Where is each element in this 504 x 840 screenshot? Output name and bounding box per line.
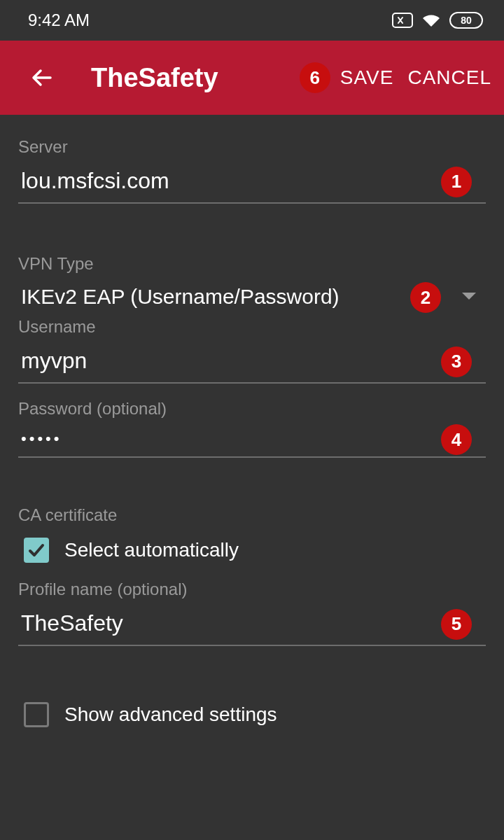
wifi-icon bbox=[421, 13, 441, 28]
profile-name-value: TheSafety bbox=[18, 610, 486, 636]
save-button[interactable]: SAVE bbox=[340, 66, 394, 89]
cancel-button[interactable]: CANCEL bbox=[407, 66, 491, 89]
svg-text:80: 80 bbox=[461, 15, 472, 26]
form-content: Server lou.msfcsi.com 1 VPN Type IKEv2 E… bbox=[0, 115, 504, 727]
username-value: myvpn bbox=[18, 348, 486, 374]
back-button[interactable] bbox=[28, 64, 56, 92]
server-label: Server bbox=[18, 137, 486, 157]
username-label: Username bbox=[18, 317, 486, 337]
vpn-type-dropdown[interactable]: IKEv2 EAP (Username/Password) 2 bbox=[18, 278, 486, 317]
status-time: 9:42 AM bbox=[28, 10, 90, 30]
select-automatically-checkbox[interactable] bbox=[24, 538, 49, 563]
app-title: TheSafety bbox=[91, 63, 279, 93]
password-value: ••••• bbox=[18, 430, 486, 448]
svg-rect-0 bbox=[393, 13, 412, 27]
app-bar: TheSafety 6 SAVE CANCEL bbox=[0, 41, 504, 115]
battery-icon: 80 bbox=[449, 12, 483, 29]
vpn-type-label: VPN Type bbox=[18, 254, 486, 274]
status-icons-group: 80 bbox=[392, 12, 483, 29]
annotation-badge-2: 2 bbox=[410, 282, 441, 313]
show-advanced-row[interactable]: Show advanced settings bbox=[18, 702, 486, 727]
select-automatically-row[interactable]: Select automatically bbox=[18, 538, 486, 563]
show-advanced-checkbox[interactable] bbox=[24, 702, 49, 727]
server-input[interactable]: lou.msfcsi.com 1 bbox=[18, 161, 486, 204]
username-input[interactable]: myvpn 3 bbox=[18, 341, 486, 384]
status-bar: 9:42 AM 80 bbox=[0, 0, 504, 41]
sim-icon bbox=[392, 13, 413, 28]
annotation-badge-5: 5 bbox=[441, 609, 472, 640]
password-input[interactable]: ••••• 4 bbox=[18, 423, 486, 458]
checkmark-icon bbox=[27, 541, 46, 559]
annotation-badge-1: 1 bbox=[441, 167, 472, 197]
ca-certificate-label: CA certificate bbox=[18, 505, 486, 525]
annotation-badge-3: 3 bbox=[441, 346, 472, 377]
profile-name-input[interactable]: TheSafety 5 bbox=[18, 603, 486, 646]
select-automatically-label: Select automatically bbox=[64, 539, 239, 561]
chevron-down-icon bbox=[462, 291, 476, 304]
show-advanced-label: Show advanced settings bbox=[64, 704, 277, 726]
arrow-left-icon bbox=[29, 65, 55, 90]
annotation-badge-4: 4 bbox=[441, 424, 472, 455]
annotation-badge-6: 6 bbox=[300, 62, 330, 93]
server-value: lou.msfcsi.com bbox=[18, 168, 486, 194]
password-label: Password (optional) bbox=[18, 399, 486, 419]
profile-name-label: Profile name (optional) bbox=[18, 580, 486, 599]
